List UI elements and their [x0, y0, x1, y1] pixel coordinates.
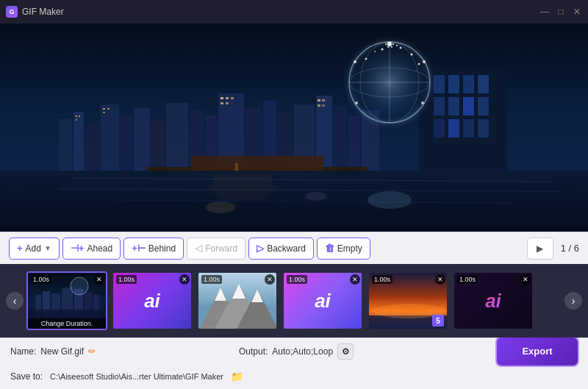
svg-rect-28	[231, 97, 234, 99]
behind-label: Behind	[148, 243, 176, 254]
svg-rect-37	[448, 75, 459, 93]
film-item-5[interactable]: 1.00s ✕ 5	[368, 271, 448, 330]
svg-point-66	[385, 43, 387, 45]
svg-rect-38	[463, 75, 474, 93]
backward-label: Backward	[267, 243, 306, 254]
svg-rect-23	[103, 108, 105, 110]
svg-rect-39	[478, 75, 489, 93]
export-button[interactable]: Export	[497, 338, 578, 365]
svg-point-70	[391, 46, 392, 48]
svg-rect-17	[334, 106, 347, 171]
page-indicator: 1 / 6	[561, 243, 579, 254]
folder-icon[interactable]: 📁	[231, 371, 243, 382]
settings-gear-icon[interactable]: ⚙	[337, 343, 354, 360]
behind-button[interactable]: +⊢ Behind	[123, 238, 184, 260]
svg-rect-43	[478, 97, 489, 115]
ahead-button[interactable]: ⊣+ Ahead	[62, 238, 121, 260]
forward-label: Forward	[205, 243, 237, 254]
svg-point-60	[400, 47, 402, 49]
film-close-1[interactable]: ✕	[94, 274, 104, 285]
svg-rect-29	[220, 102, 223, 104]
film-badge-5: 5	[432, 315, 444, 326]
svg-rect-25	[103, 112, 105, 113]
svg-point-57	[421, 101, 424, 104]
svg-rect-24	[107, 108, 110, 110]
window-controls: — □ ✕	[539, 7, 582, 17]
svg-rect-6	[134, 108, 150, 171]
add-icon: +	[17, 243, 23, 254]
filmstrip-items: 1.00s ✕ Change Duration. ai 1.00s ✕	[26, 271, 562, 330]
save-label: Save to:	[10, 371, 43, 382]
svg-rect-26	[220, 97, 223, 99]
app-icon: G	[6, 6, 18, 18]
svg-point-65	[396, 45, 398, 46]
restore-button[interactable]: □	[556, 7, 566, 17]
film-duration-3: 1.00s	[201, 275, 222, 284]
forward-icon: ◁	[195, 243, 202, 254]
film-close-6[interactable]: ✕	[520, 274, 531, 285]
svg-point-62	[418, 63, 420, 65]
trash-icon: 🗑	[325, 243, 334, 254]
name-label: Name:	[10, 346, 36, 357]
svg-point-63	[374, 51, 376, 52]
svg-point-59	[381, 49, 384, 51]
svg-rect-4	[101, 104, 119, 171]
film-duration-4: 1.00s	[287, 275, 307, 284]
add-button[interactable]: + Add ▼	[9, 238, 60, 260]
film-item-4[interactable]: ai 1.00s ✕	[282, 271, 363, 330]
svg-rect-8	[166, 103, 188, 171]
svg-rect-72	[191, 156, 323, 171]
minimize-button[interactable]: —	[539, 7, 550, 17]
filmstrip-next-button[interactable]: ›	[564, 292, 582, 310]
name-edit-icon[interactable]: ✏	[88, 346, 96, 357]
name-group: Name: New Gif.gif ✏	[10, 346, 96, 357]
film-close-3[interactable]: ✕	[265, 274, 275, 285]
main-content: + Add ▼ ⊣+ Ahead +⊢ Behind ◁ Forward ▷ B…	[0, 24, 588, 389]
svg-rect-27	[226, 97, 229, 99]
app-title: GIF Maker	[22, 7, 539, 17]
svg-rect-30	[226, 102, 229, 104]
svg-rect-41	[448, 97, 459, 115]
svg-point-55	[354, 60, 356, 63]
svg-rect-5	[121, 115, 132, 171]
backward-button[interactable]: ▷ Backward	[248, 238, 314, 260]
film-duration-6: 1.00s	[457, 275, 478, 284]
svg-rect-2	[74, 112, 84, 171]
svg-rect-21	[79, 115, 80, 117]
film-label-1: Change Duration.	[28, 318, 106, 329]
svg-rect-47	[478, 119, 489, 138]
preview-area	[0, 24, 588, 232]
film-close-5[interactable]: ✕	[435, 274, 445, 285]
svg-rect-22	[76, 119, 77, 121]
film-item-6[interactable]: ai 1.00s ✕	[453, 271, 534, 330]
play-button[interactable]: ▶	[527, 238, 553, 260]
filmstrip-prev-button[interactable]: ‹	[6, 292, 24, 310]
film-duration-2: 1.00s	[116, 275, 137, 284]
forward-button[interactable]: ◁ Forward	[187, 238, 245, 260]
output-label: Output:	[239, 346, 268, 357]
close-button[interactable]: ✕	[572, 7, 582, 17]
save-path: C:\Aiseesoft Studio\Ais...rter Ultimate\…	[50, 372, 223, 381]
empty-button[interactable]: 🗑 Empty	[317, 238, 370, 260]
svg-rect-20	[76, 115, 77, 117]
svg-rect-45	[448, 119, 459, 138]
output-group: Output: Auto;Auto;Loop ⚙	[103, 343, 490, 360]
info-row-2: Save to: C:\Aiseesoft Studio\Ais...rter …	[0, 364, 588, 389]
svg-point-67	[389, 42, 391, 44]
film-close-4[interactable]: ✕	[350, 274, 360, 285]
svg-rect-18	[348, 115, 360, 171]
film-item-3[interactable]: 1.00s ✕	[197, 271, 278, 330]
output-value: Auto;Auto;Loop	[272, 346, 333, 357]
ahead-label: Ahead	[87, 243, 112, 254]
film-item-2[interactable]: ai 1.00s ✕	[112, 271, 193, 330]
info-row-1: Name: New Gif.gif ✏ Output: Auto;Auto;Lo…	[0, 338, 588, 364]
svg-point-61	[411, 54, 413, 56]
film-item-1[interactable]: 1.00s ✕ Change Duration.	[26, 271, 107, 330]
svg-point-69	[387, 46, 389, 48]
svg-point-80	[368, 191, 412, 209]
name-value: New Gif.gif	[40, 346, 84, 357]
svg-point-68	[392, 43, 394, 45]
film-close-2[interactable]: ✕	[179, 274, 190, 285]
svg-point-58	[355, 101, 358, 104]
svg-point-82	[305, 192, 327, 201]
